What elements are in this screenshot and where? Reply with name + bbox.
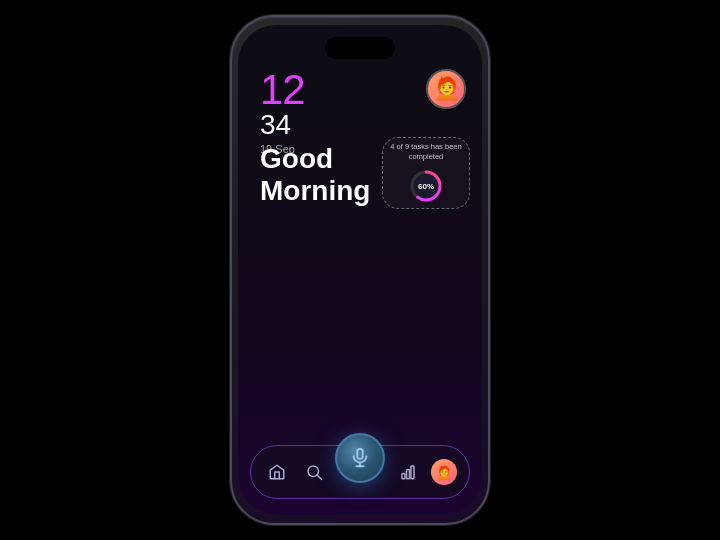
home-icon bbox=[268, 463, 286, 481]
nav-stats-button[interactable] bbox=[394, 458, 422, 486]
mic-icon bbox=[349, 447, 371, 469]
task-label: 4 of 9 tasks has been completed bbox=[389, 142, 463, 162]
mic-button[interactable] bbox=[335, 433, 385, 483]
nav-profile-emoji: 🧑‍🦰 bbox=[436, 465, 452, 480]
svg-rect-7 bbox=[357, 449, 363, 459]
clock-hour: 12 bbox=[260, 69, 305, 111]
svg-line-3 bbox=[317, 475, 321, 479]
stats-icon bbox=[399, 463, 417, 481]
progress-text: 60% bbox=[418, 181, 434, 190]
svg-rect-6 bbox=[411, 466, 414, 479]
search-icon bbox=[305, 463, 323, 481]
svg-rect-5 bbox=[407, 470, 410, 479]
phone-screen: 12 34 19 Sep 🧑‍🦰 Good Morning 4 of 9 tas… bbox=[238, 25, 482, 515]
svg-rect-4 bbox=[402, 474, 405, 479]
clock-minute: 34 bbox=[260, 111, 305, 139]
dynamic-island bbox=[325, 37, 395, 59]
task-widget[interactable]: 4 of 9 tasks has been completed 60% bbox=[382, 137, 470, 209]
progress-circle: 60% bbox=[408, 168, 444, 204]
nav-search-button[interactable] bbox=[300, 458, 328, 486]
phone-frame: 12 34 19 Sep 🧑‍🦰 Good Morning 4 of 9 tas… bbox=[230, 15, 490, 525]
nav-profile-button[interactable]: 🧑‍🦰 bbox=[431, 459, 457, 485]
nav-home-button[interactable] bbox=[263, 458, 291, 486]
avatar-emoji: 🧑‍🦰 bbox=[433, 76, 460, 102]
greeting-text: Good Morning bbox=[260, 143, 370, 207]
user-avatar-top[interactable]: 🧑‍🦰 bbox=[426, 69, 466, 109]
greeting-area: Good Morning bbox=[260, 143, 370, 207]
